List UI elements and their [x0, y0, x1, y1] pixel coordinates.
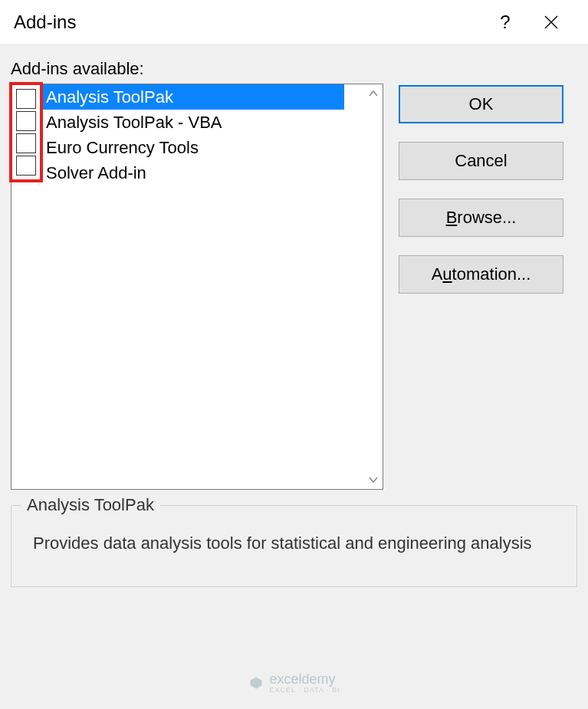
addins-listbox-wrap: Analysis ToolPak Analysis ToolPak - VBA …	[11, 84, 383, 490]
cancel-button[interactable]: Cancel	[399, 142, 563, 180]
description-title: Analysis ToolPak	[21, 495, 160, 515]
close-button[interactable]	[528, 0, 574, 45]
main-row: Analysis ToolPak Analysis ToolPak - VBA …	[11, 84, 577, 490]
watermark-sub: EXCEL · DATA · BI	[270, 686, 340, 694]
button-column: OK Cancel Browse... Automation...	[399, 84, 563, 490]
close-icon	[544, 15, 559, 30]
scroll-down-icon[interactable]	[365, 471, 382, 488]
checkbox-euro-currency-tools[interactable]	[16, 133, 36, 153]
browse-button[interactable]: Browse...	[399, 199, 563, 237]
checkbox-analysis-toolpak[interactable]	[16, 89, 36, 109]
scrollbar[interactable]	[365, 85, 382, 488]
list-item[interactable]: Analysis ToolPak	[41, 84, 344, 110]
checkbox-analysis-toolpak-vba[interactable]	[16, 111, 36, 131]
addins-available-label: Add-ins available:	[11, 59, 577, 79]
svg-marker-2	[250, 677, 261, 688]
ok-button[interactable]: OK	[399, 85, 563, 123]
titlebar: Add-ins ?	[0, 0, 588, 45]
checkbox-solver-addin[interactable]	[16, 156, 36, 176]
list-item[interactable]: Euro Currency Tools	[41, 135, 364, 160]
watermark-icon	[248, 675, 264, 691]
description-panel: Analysis ToolPak Provides data analysis …	[11, 505, 577, 587]
automation-button[interactable]: Automation...	[399, 255, 563, 294]
watermark-brand: exceldemy	[270, 671, 336, 687]
description-text: Provides data analysis tools for statist…	[33, 530, 555, 556]
addins-listbox[interactable]: Analysis ToolPak Analysis ToolPak - VBA …	[11, 84, 383, 490]
help-button[interactable]: ?	[482, 0, 528, 45]
dialog-content: Add-ins available: Analysis ToolPak Anal…	[0, 45, 588, 709]
watermark: exceldemy EXCEL · DATA · BI	[248, 671, 340, 694]
list-item[interactable]: Solver Add-in	[41, 160, 364, 185]
dialog-title: Add-ins	[14, 11, 482, 33]
list-item[interactable]: Analysis ToolPak - VBA	[41, 110, 364, 135]
scroll-up-icon[interactable]	[365, 85, 382, 102]
checkbox-highlight	[9, 82, 43, 182]
